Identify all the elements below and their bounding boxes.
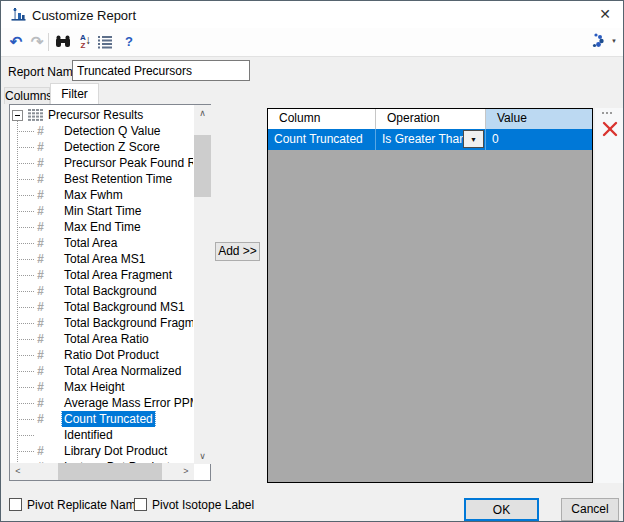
tree-connector xyxy=(17,243,34,244)
column-tree-panel: Precursor Results #Detection Q Value#Det… xyxy=(9,104,211,481)
tree-item-label: Total Area Fragment xyxy=(62,267,174,283)
tree-root-node[interactable]: Precursor Results xyxy=(10,107,193,123)
close-icon[interactable]: ✕ xyxy=(591,3,619,25)
hash-icon: # xyxy=(37,443,44,459)
hash-icon: # xyxy=(37,331,44,347)
tree-connector xyxy=(17,451,34,452)
tree-connector xyxy=(17,259,34,260)
report-name-input[interactable] xyxy=(72,60,250,81)
tree-item-label: Max End Time xyxy=(62,219,143,235)
tree-item-label: Total Area Ratio xyxy=(62,331,151,347)
overflow-grip-icon xyxy=(602,112,618,116)
header-column[interactable]: Column xyxy=(268,109,376,129)
tree-item[interactable]: #Total Area MS1 xyxy=(10,251,193,267)
details-view-icon[interactable] xyxy=(95,32,115,52)
scroll-right-icon[interactable]: > xyxy=(178,463,194,480)
hash-icon: # xyxy=(37,379,44,395)
tree-item-label: Best Retention Time xyxy=(62,171,174,187)
hash-icon: # xyxy=(37,251,44,267)
tree-item-label: Total Background MS1 xyxy=(62,299,187,315)
tree-item[interactable]: #Total Background MS1 xyxy=(10,299,193,315)
scroll-up-icon[interactable]: ∧ xyxy=(194,105,211,121)
filter-row[interactable]: Count TruncatedIs Greater Than▼0 xyxy=(268,129,592,150)
tree-item-label: Total Background xyxy=(62,283,159,299)
filter-column-cell[interactable]: Count Truncated xyxy=(268,129,376,150)
tree-item-label: Ratio Dot Product xyxy=(62,347,161,363)
tree-item[interactable]: #Precursor Peak Found Ratio xyxy=(10,155,193,171)
filter-value-cell[interactable]: 0 xyxy=(486,129,592,150)
tree-item[interactable]: #Average Mass Error PPM xyxy=(10,395,193,411)
hash-icon: # xyxy=(37,299,44,315)
tree-connector xyxy=(17,131,34,132)
tree-connector xyxy=(17,211,34,212)
delete-filter-icon[interactable] xyxy=(600,119,620,139)
redo-icon: ↷ xyxy=(27,32,47,52)
tree-item[interactable]: #Total Background xyxy=(10,283,193,299)
filter-side-strip xyxy=(595,108,623,483)
tree-horizontal-scrollbar[interactable]: < > xyxy=(10,463,194,480)
tree-connector xyxy=(17,163,34,164)
tree-item[interactable]: #Total Area Fragment xyxy=(10,267,193,283)
toolbar: ↶ ↷ A Z ↓ xyxy=(1,28,623,57)
tree-item[interactable]: #Library Dot Product xyxy=(10,443,193,459)
tree-item-label: Min Start Time xyxy=(62,203,143,219)
scroll-down-icon[interactable]: ∨ xyxy=(194,448,211,464)
scroll-left-icon[interactable]: < xyxy=(10,463,26,480)
tree-item[interactable]: #Max End Time xyxy=(10,219,193,235)
tree-item[interactable]: Identified xyxy=(10,427,193,443)
tree-item[interactable]: #Ratio Dot Product xyxy=(10,347,193,363)
tree-connector xyxy=(17,435,34,436)
tree-item[interactable]: #Total Area Normalized xyxy=(10,363,193,379)
tab-columns[interactable]: Columns xyxy=(4,87,50,104)
tree-connector xyxy=(17,339,34,340)
add-button[interactable]: Add >> xyxy=(215,242,260,261)
tree-item[interactable]: #Max Fwhm xyxy=(10,187,193,203)
horizontal-scroll-thumb[interactable] xyxy=(58,463,162,480)
results-grid-icon xyxy=(28,109,44,121)
find-icon[interactable] xyxy=(53,32,73,52)
pivot-replicate-checkbox[interactable] xyxy=(9,498,22,511)
tree-item[interactable]: #Best Retention Time xyxy=(10,171,193,187)
header-value[interactable]: Value xyxy=(486,109,592,129)
tab-filter[interactable]: Filter xyxy=(50,83,99,104)
undo-icon[interactable]: ↶ xyxy=(6,32,26,52)
vertical-scroll-thumb[interactable] xyxy=(194,135,211,197)
help-icon[interactable]: ? xyxy=(119,32,139,52)
tree-connector xyxy=(17,355,34,356)
header-operation[interactable]: Operation xyxy=(376,109,486,129)
hash-icon: # xyxy=(37,283,44,299)
tree-item[interactable]: #Total Area Ratio xyxy=(10,331,193,347)
dropdown-caret-icon: ▼ xyxy=(611,38,617,44)
tree-connector xyxy=(17,307,34,308)
tree-item[interactable]: #Count Truncated xyxy=(10,411,193,427)
hash-icon: # xyxy=(37,395,44,411)
tree-connector xyxy=(17,323,34,324)
tree-connector xyxy=(17,147,34,148)
tree-item[interactable]: #Min Start Time xyxy=(10,203,193,219)
tree-item[interactable]: #Total Area xyxy=(10,235,193,251)
collapse-minus-icon[interactable] xyxy=(12,110,23,121)
tree-connector xyxy=(17,179,34,180)
pivot-isotope-checkbox[interactable] xyxy=(134,498,147,511)
tree-item-label: Total Area MS1 xyxy=(62,251,147,267)
tree-item-label: Precursor Peak Found Ratio xyxy=(62,155,193,171)
tree-item[interactable]: #Total Background Fragment xyxy=(10,315,193,331)
operation-dropdown-icon[interactable]: ▼ xyxy=(463,130,484,148)
hash-icon: # xyxy=(37,155,44,171)
tree-vertical-scrollbar[interactable]: ∧ ∨ xyxy=(194,105,211,464)
hash-icon: # xyxy=(37,315,44,331)
toolbar-separator xyxy=(48,33,49,51)
filter-operation-cell[interactable]: Is Greater Than▼ xyxy=(376,129,486,150)
tree-connector xyxy=(17,195,34,196)
tree-item[interactable]: #Detection Z Score xyxy=(10,139,193,155)
tree-item[interactable]: #Detection Q Value xyxy=(10,123,193,139)
tree-item-label: Total Background Fragment xyxy=(62,315,193,331)
cancel-button[interactable]: Cancel xyxy=(561,498,619,521)
group-apply-icon[interactable]: ▼ xyxy=(591,32,617,52)
tree-connector xyxy=(17,387,34,388)
tree-items: #Detection Q Value#Detection Z Score#Pre… xyxy=(10,123,193,463)
hash-icon: # xyxy=(37,411,44,427)
ok-button[interactable]: OK xyxy=(464,498,539,521)
tree-item[interactable]: #Max Height xyxy=(10,379,193,395)
tree-item-label: Library Dot Product xyxy=(62,443,169,459)
